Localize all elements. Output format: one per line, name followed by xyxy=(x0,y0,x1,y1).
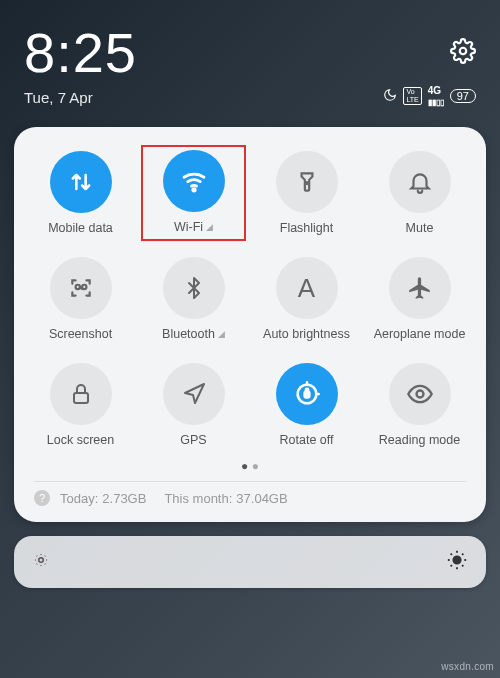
page-indicator: ● ● xyxy=(28,459,472,473)
clock-time: 8:25 xyxy=(24,20,137,85)
usage-today-label: Today: xyxy=(60,491,98,506)
data-arrows-icon xyxy=(50,151,112,213)
svg-point-8 xyxy=(416,391,423,398)
bluetooth-icon xyxy=(163,257,225,319)
brightness-low-icon xyxy=(32,551,50,573)
tile-mobile-data[interactable]: Mobile data xyxy=(28,145,133,241)
brightness-slider[interactable] xyxy=(14,536,486,588)
tile-auto-brightness[interactable]: A Auto brightness xyxy=(254,251,359,347)
tile-gps[interactable]: GPS xyxy=(141,357,246,453)
battery-indicator: 97 xyxy=(450,89,476,103)
tile-label: Bluetooth xyxy=(162,327,215,341)
wifi-icon xyxy=(163,150,225,212)
nav-arrow-icon xyxy=(163,363,225,425)
svg-rect-5 xyxy=(74,393,88,403)
tile-label: Screenshot xyxy=(49,327,112,341)
volte-icon: VoLTE xyxy=(403,87,421,106)
tile-screenshot[interactable]: Screenshot xyxy=(28,251,133,347)
chevron-icon: ◢ xyxy=(218,329,225,339)
date-text: Tue, 7 Apr xyxy=(24,89,93,106)
usage-month-label: This month: xyxy=(164,491,232,506)
watermark: wsxdn.com xyxy=(441,661,494,672)
flashlight-icon xyxy=(276,151,338,213)
tile-bluetooth[interactable]: Bluetooth◢ xyxy=(141,251,246,347)
usage-today-value: 2.73GB xyxy=(102,491,146,506)
info-icon: ? xyxy=(34,490,50,506)
status-icons: VoLTE 4G▮▮▯▯ 97 xyxy=(383,85,476,107)
status-bar: 8:25 Tue, 7 Apr VoLTE 4G▮▮▯▯ 97 xyxy=(0,0,500,117)
chevron-icon: ◢ xyxy=(206,222,213,232)
eye-icon xyxy=(389,363,451,425)
network-4g-icon: 4G▮▮▯▯ xyxy=(428,85,444,107)
bell-icon xyxy=(389,151,451,213)
tile-label: Reading mode xyxy=(379,433,460,447)
tile-label: Rotate off xyxy=(280,433,334,447)
tile-label: Wi-Fi xyxy=(174,220,203,234)
tile-reading-mode[interactable]: Reading mode xyxy=(367,357,472,453)
tile-lock-screen[interactable]: Lock screen xyxy=(28,357,133,453)
usage-month-value: 37.04GB xyxy=(236,491,287,506)
rotate-lock-icon xyxy=(276,363,338,425)
tile-wifi[interactable]: Wi-Fi◢ xyxy=(141,145,246,241)
svg-point-10 xyxy=(453,556,460,563)
svg-point-0 xyxy=(460,47,467,54)
tile-label: Mobile data xyxy=(48,221,113,235)
lock-icon xyxy=(50,363,112,425)
divider xyxy=(34,481,466,482)
tile-label: Auto brightness xyxy=(263,327,350,341)
tile-label: Aeroplane mode xyxy=(374,327,466,341)
tile-label: GPS xyxy=(180,433,206,447)
tile-label: Mute xyxy=(406,221,434,235)
svg-point-1 xyxy=(192,189,195,192)
dnd-icon xyxy=(383,88,397,105)
data-usage-row[interactable]: ? Today: 2.73GB This month: 37.04GB xyxy=(28,490,472,512)
tile-flashlight[interactable]: Flashlight xyxy=(254,145,359,241)
tile-label: Lock screen xyxy=(47,433,114,447)
svg-point-9 xyxy=(39,558,44,563)
tile-aeroplane[interactable]: Aeroplane mode xyxy=(367,251,472,347)
tile-mute[interactable]: Mute xyxy=(367,145,472,241)
quick-settings-panel: Mobile data Wi-Fi◢ Flashlight Mute xyxy=(14,127,486,522)
letter-a-icon: A xyxy=(276,257,338,319)
tile-label: Flashlight xyxy=(280,221,334,235)
brightness-high-icon xyxy=(446,549,468,575)
airplane-icon xyxy=(389,257,451,319)
settings-icon[interactable] xyxy=(450,38,476,68)
tile-rotate-off[interactable]: Rotate off xyxy=(254,357,359,453)
screenshot-icon xyxy=(50,257,112,319)
